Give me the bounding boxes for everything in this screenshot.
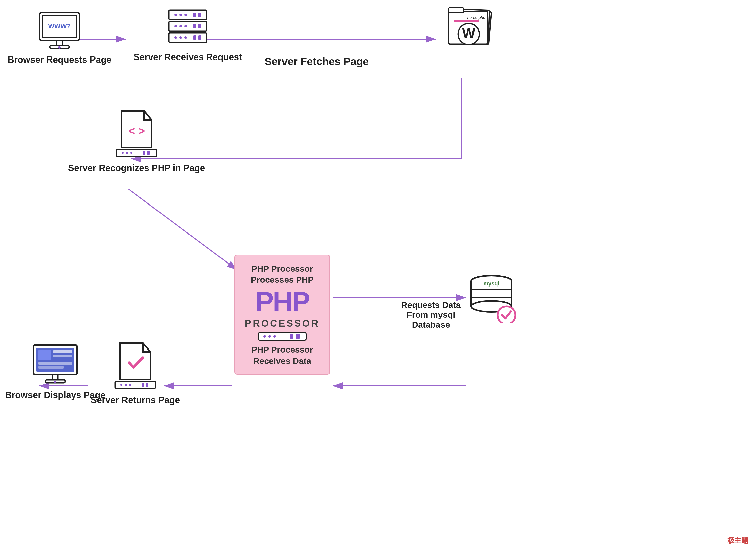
browser-monitor-icon: WWW? — [37, 10, 82, 51]
server-receives-icon-box: Server Receives Request — [133, 8, 242, 63]
svg-rect-52 — [296, 334, 300, 339]
svg-point-21 — [174, 25, 177, 27]
processor-word-label: PROCESSOR — [245, 318, 320, 329]
svg-rect-31 — [198, 35, 201, 40]
svg-point-29 — [184, 36, 187, 39]
mysql-database-icon: mysql — [466, 270, 516, 323]
arrows-layer — [0, 0, 756, 553]
svg-rect-24 — [193, 24, 196, 28]
svg-point-15 — [174, 14, 177, 16]
svg-rect-74 — [38, 366, 64, 369]
svg-text:< >: < > — [128, 124, 145, 138]
requests-data-label: Requests Data From mysql Database — [396, 300, 466, 330]
svg-point-77 — [54, 381, 57, 383]
svg-rect-66 — [141, 383, 144, 387]
browser-display-icon — [31, 343, 79, 386]
server-recognizes-label: Server Recognizes PHP in Page — [68, 162, 205, 174]
svg-text:home.php: home.php — [467, 15, 485, 20]
svg-rect-70 — [38, 350, 52, 360]
browser-displays-icon-box: Browser Displays Page — [5, 343, 105, 401]
svg-point-28 — [179, 36, 182, 39]
svg-rect-25 — [198, 24, 201, 28]
svg-point-23 — [184, 25, 187, 27]
browser-requests-label: Browser Requests Page — [8, 54, 111, 66]
svg-rect-30 — [193, 35, 196, 40]
svg-point-17 — [184, 14, 187, 16]
svg-line-3 — [128, 189, 237, 270]
svg-rect-73 — [38, 362, 72, 365]
svg-point-27 — [174, 36, 177, 39]
php-processor-bottom-label: PHP Processor Receives Data — [245, 344, 319, 366]
mysql-icon-box: mysql Requests Data From mysql Database — [466, 270, 516, 323]
svg-text:mysql: mysql — [483, 281, 499, 287]
browser-displays-label: Browser Displays Page — [5, 389, 105, 401]
svg-point-65 — [129, 384, 131, 386]
watermark: 极主题 — [727, 536, 748, 545]
svg-point-42 — [122, 152, 124, 154]
server-receives-label: Server Receives Request — [133, 52, 242, 63]
svg-rect-19 — [198, 13, 201, 17]
php-processor-top-label: PHP Processor Processes PHP — [245, 263, 319, 285]
svg-text:WWW?: WWW? — [48, 22, 71, 30]
php-big-label: PHP — [255, 288, 309, 315]
svg-point-22 — [179, 25, 182, 27]
folder-wordpress-icon: home.php W — [444, 5, 494, 51]
svg-text:W: W — [462, 25, 475, 41]
browser-icon-box: WWW? Browser Requests Page — [8, 10, 111, 66]
svg-point-50 — [273, 335, 276, 338]
svg-rect-45 — [143, 151, 146, 155]
svg-rect-71 — [54, 350, 72, 353]
svg-rect-35 — [449, 8, 464, 13]
svg-point-61 — [498, 306, 515, 323]
svg-point-44 — [130, 152, 132, 154]
svg-point-64 — [125, 384, 127, 386]
folder-wp-icon-box: home.php W — [444, 5, 494, 51]
server-fetches-label-box: Server Fetches Page — [265, 56, 369, 68]
phpfile-server-icon-box: < > Server Recognizes PHP in Page — [68, 108, 205, 174]
svg-point-49 — [268, 335, 271, 338]
server-fetches-label: Server Fetches Page — [265, 56, 369, 68]
svg-point-48 — [263, 335, 266, 338]
svg-rect-46 — [147, 151, 150, 155]
server-returns-icon — [113, 340, 158, 391]
svg-rect-67 — [146, 383, 149, 387]
svg-rect-72 — [54, 354, 72, 357]
server-rack-icon — [165, 8, 210, 48]
svg-rect-18 — [193, 13, 196, 17]
svg-point-16 — [179, 14, 182, 16]
diagram-container: WWW? Browser Requests Page — [0, 0, 756, 553]
processor-server-bar — [257, 331, 307, 341]
phpfile-server-icon: < > — [114, 108, 159, 159]
php-processor-box: PHP Processor Processes PHP PHP PROCESSO… — [234, 255, 330, 375]
svg-point-43 — [126, 152, 128, 154]
svg-rect-51 — [290, 334, 293, 339]
svg-point-13 — [58, 46, 61, 49]
svg-point-63 — [120, 384, 122, 386]
svg-rect-37 — [454, 20, 479, 22]
